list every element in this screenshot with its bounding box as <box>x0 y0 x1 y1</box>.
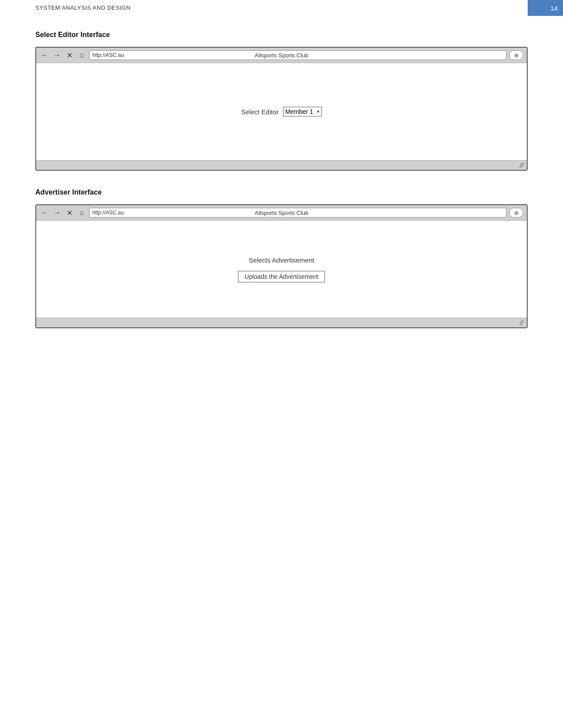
home-button-1[interactable]: ⌂ <box>77 50 87 60</box>
browser-statusbar-2: // <box>36 318 527 327</box>
browser-mock-1: ← → ✕ ⌂ Allsports Sports Club ⊕ Select E… <box>35 47 528 171</box>
url-bar-1[interactable] <box>89 50 506 60</box>
search-button-1[interactable]: ⊕ <box>509 50 523 60</box>
resize-handle-1: // <box>520 162 523 169</box>
resize-handle-2: // <box>520 319 523 326</box>
select-editor-label: Select Editor <box>241 108 279 116</box>
browser-toolbar-1: ← → ✕ ⌂ Allsports Sports Club ⊕ <box>36 48 527 63</box>
upload-advertisement-button[interactable]: Uploads the Advertisement <box>238 271 325 282</box>
search-icon-2: ⊕ <box>514 210 519 216</box>
browser-statusbar-1: // <box>36 160 527 170</box>
select-editor-row: Select Editor Member 1 Member 2 Member 3 <box>241 107 322 116</box>
document-title: SYSTEM ANALYSIS AND DESIGN <box>35 4 131 11</box>
selects-advertisement-label: Selects Advertisement <box>249 256 314 264</box>
content-area: Select Editor Interface ← → ✕ ⌂ Allsport… <box>0 0 563 350</box>
forward-button-2[interactable]: → <box>52 208 62 218</box>
browser-toolbar-2: ← → ✕ ⌂ Allsports Sports Club ⊕ <box>36 205 527 221</box>
home-button-2[interactable]: ⌂ <box>77 208 87 218</box>
select-editor-section-label: Select Editor Interface <box>35 31 528 39</box>
section-select-editor: Select Editor Interface ← → ✕ ⌂ Allsport… <box>35 31 528 171</box>
page-number: 14 <box>550 4 558 12</box>
section-advertiser: Advertiser Interface ← → ✕ ⌂ Allsports S… <box>35 188 528 328</box>
back-button-2[interactable]: ← <box>40 208 49 218</box>
browser-content-2: Selects Advertisement Uploads the Advert… <box>36 221 527 318</box>
header-bar: 14 <box>528 0 563 16</box>
url-bar-2[interactable] <box>89 208 506 218</box>
browser-mock-2: ← → ✕ ⌂ Allsports Sports Club ⊕ Selects … <box>35 204 528 328</box>
browser-content-1: Select Editor Member 1 Member 2 Member 3 <box>36 63 527 160</box>
advertiser-section-label: Advertiser Interface <box>35 188 528 196</box>
stop-button-1[interactable]: ✕ <box>64 50 74 60</box>
advertiser-content: Selects Advertisement Uploads the Advert… <box>238 256 325 282</box>
back-button-1[interactable]: ← <box>40 50 49 60</box>
member-select[interactable]: Member 1 Member 2 Member 3 <box>283 107 322 116</box>
stop-button-2[interactable]: ✕ <box>64 208 74 218</box>
search-icon-1: ⊕ <box>514 52 519 59</box>
search-button-2[interactable]: ⊕ <box>509 208 523 218</box>
forward-button-1[interactable]: → <box>52 50 62 60</box>
page: 14 SYSTEM ANALYSIS AND DESIGN Select Edi… <box>0 0 563 728</box>
member-select-wrapper[interactable]: Member 1 Member 2 Member 3 <box>283 107 322 116</box>
